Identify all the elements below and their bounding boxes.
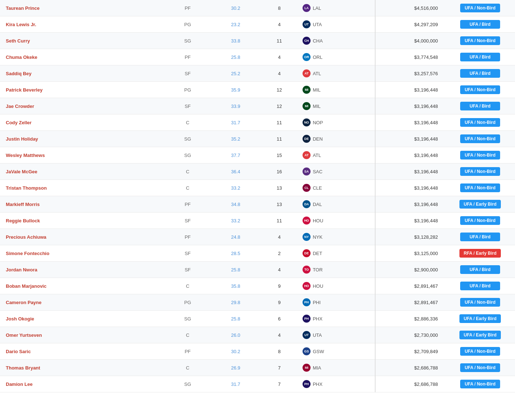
player-tag-button[interactable]: UFA / Non-Bird: [460, 85, 500, 94]
player-name-link[interactable]: Thomas Bryant: [6, 365, 40, 371]
team-abbr: DET: [313, 251, 322, 256]
team-abbr: PHX: [313, 381, 323, 387]
player-exp-cell: 13: [262, 196, 297, 213]
player-exp-cell: 4: [262, 262, 297, 278]
player-exp-cell: 16: [262, 163, 297, 180]
player-name-link[interactable]: Seth Curry: [6, 38, 30, 44]
player-tag-button[interactable]: UFA / Non-Bird: [460, 298, 500, 307]
team-logo: LA: [303, 4, 311, 12]
player-name-link[interactable]: Cody Zeller: [6, 120, 32, 125]
player-exp-cell: 4: [262, 65, 297, 82]
player-tag-button[interactable]: UFA / Bird: [460, 53, 500, 61]
player-name-link[interactable]: Jae Crowder: [6, 104, 34, 109]
player-pos-cell: SG: [166, 33, 210, 49]
player-name-link[interactable]: Markieff Morris: [6, 202, 40, 207]
player-name-link[interactable]: Boban Marjanovic: [6, 283, 46, 289]
player-name-link[interactable]: Chuma Okeke: [6, 54, 37, 60]
player-name-link[interactable]: Cameron Payne: [6, 300, 41, 305]
player-tag-button[interactable]: UFA / Early Bird: [459, 314, 501, 323]
player-pos-cell: SF: [166, 98, 210, 114]
table-row: Justin Holiday SG 35.2 11 DE DEN $3,196,…: [0, 131, 515, 147]
player-tag-button[interactable]: UFA / Non-Bird: [460, 151, 500, 159]
player-tag-button[interactable]: UFA / Bird: [460, 233, 500, 241]
player-exp-cell: 2: [262, 245, 297, 262]
player-tag-cell: UFA / Bird: [445, 229, 515, 245]
team-logo: PH: [303, 380, 311, 388]
player-exp-cell: 11: [262, 33, 297, 49]
player-tag-button[interactable]: UFA / Early Bird: [459, 200, 501, 209]
player-pos-cell: PF: [166, 343, 210, 360]
player-name-link[interactable]: Josh Okogie: [6, 316, 34, 322]
player-tag-cell: UFA / Non-Bird: [445, 376, 515, 392]
player-tag-button[interactable]: UFA / Bird: [460, 20, 500, 29]
player-salary-cell: $2,730,000: [375, 327, 445, 343]
player-name-link[interactable]: Reggie Bullock: [6, 218, 40, 223]
player-exp-cell: 15: [262, 147, 297, 163]
player-pos-cell: PF: [166, 196, 210, 213]
player-name-link[interactable]: JaVale McGee: [6, 169, 37, 174]
player-team-cell: SA SAC: [297, 163, 375, 180]
table-row: JaVale McGee C 36.4 16 SA SAC $3,196,448…: [0, 163, 515, 180]
team-logo: HO: [303, 282, 311, 290]
player-tag-button[interactable]: UFA / Bird: [460, 265, 500, 274]
player-tag-button[interactable]: UFA / Non-Bird: [460, 216, 500, 225]
player-exp-cell: 4: [262, 16, 297, 33]
player-age-cell: 33.8: [210, 33, 262, 49]
player-tag-button[interactable]: UFA / Non-Bird: [460, 363, 500, 372]
player-name-link[interactable]: Simone Fontecchio: [6, 251, 49, 256]
player-salary-cell: $3,196,448: [375, 131, 445, 147]
player-pos-cell: PF: [166, 0, 210, 16]
table-row: Saddiq Bey SF 25.2 4 AT ATL $3,257,576 U…: [0, 65, 515, 82]
team-logo: UT: [303, 331, 311, 339]
player-tag-cell: UFA / Early Bird: [445, 196, 515, 213]
player-team-cell: UT UTA: [297, 16, 375, 33]
team-logo: MI: [303, 102, 311, 110]
player-tag-button[interactable]: UFA / Non-Bird: [460, 380, 500, 388]
player-tag-cell: UFA / Bird: [445, 278, 515, 294]
player-tag-cell: UFA / Non-Bird: [445, 343, 515, 360]
player-tag-button[interactable]: UFA / Early Bird: [459, 331, 501, 339]
player-tag-button[interactable]: UFA / Non-Bird: [460, 36, 500, 45]
player-name-link[interactable]: Damion Lee: [6, 381, 33, 387]
player-tag-button[interactable]: UFA / Non-Bird: [460, 4, 500, 12]
player-tag-button[interactable]: UFA / Non-Bird: [460, 183, 500, 192]
player-tag-button[interactable]: UFA / Non-Bird: [460, 134, 500, 143]
player-tag-button[interactable]: UFA / Non-Bird: [460, 118, 500, 127]
player-name-link[interactable]: Patrick Beverley: [6, 87, 42, 93]
player-name-link[interactable]: Kira Lewis Jr.: [6, 22, 36, 27]
player-name-link[interactable]: Precious Achiuwa: [6, 234, 46, 240]
player-tag-cell: UFA / Early Bird: [445, 311, 515, 327]
player-salary-cell: $2,686,788: [375, 360, 445, 376]
player-name-link[interactable]: Justin Holiday: [6, 136, 38, 142]
player-name-cell: Dario Saric: [0, 343, 166, 360]
player-tag-cell: UFA / Bird: [445, 262, 515, 278]
player-salary-cell: $3,196,448: [375, 213, 445, 229]
player-tag-button[interactable]: UFA / Non-Bird: [460, 347, 500, 356]
player-tag-cell: UFA / Non-Bird: [445, 82, 515, 98]
team-logo: TO: [303, 266, 311, 274]
player-tag-button[interactable]: UFA / Bird: [460, 69, 500, 78]
team-logo: NO: [303, 118, 311, 126]
player-name-link[interactable]: Omer Yurtseven: [6, 332, 42, 338]
player-name-link[interactable]: Dario Saric: [6, 349, 31, 354]
player-name-link[interactable]: Taurean Prince: [6, 5, 40, 11]
player-name-cell: Josh Okogie: [0, 311, 166, 327]
player-age-cell: 28.5: [210, 245, 262, 262]
player-salary-cell: $3,196,448: [375, 163, 445, 180]
player-name-link[interactable]: Jordan Nwora: [6, 267, 37, 272]
player-tag-button[interactable]: UFA / Non-Bird: [460, 167, 500, 176]
player-tag-button[interactable]: UFA / Bird: [460, 102, 500, 110]
player-tag-cell: UFA / Non-Bird: [445, 0, 515, 16]
player-tag-button[interactable]: RFA / Early Bird: [459, 249, 501, 258]
player-salary-cell: $3,196,448: [375, 98, 445, 114]
player-exp-cell: 7: [262, 360, 297, 376]
player-tag-button[interactable]: UFA / Bird: [460, 282, 500, 290]
player-team-cell: PH PHX: [297, 311, 375, 327]
player-name-link[interactable]: Wesley Matthews: [6, 153, 45, 158]
team-abbr: ATL: [313, 153, 321, 158]
player-pos-cell: C: [166, 327, 210, 343]
player-name-link[interactable]: Tristan Thompson: [6, 185, 47, 191]
player-name-link[interactable]: Saddiq Bey: [6, 71, 32, 76]
player-salary-cell: $4,516,000: [375, 0, 445, 16]
team-logo: PH: [303, 315, 311, 323]
